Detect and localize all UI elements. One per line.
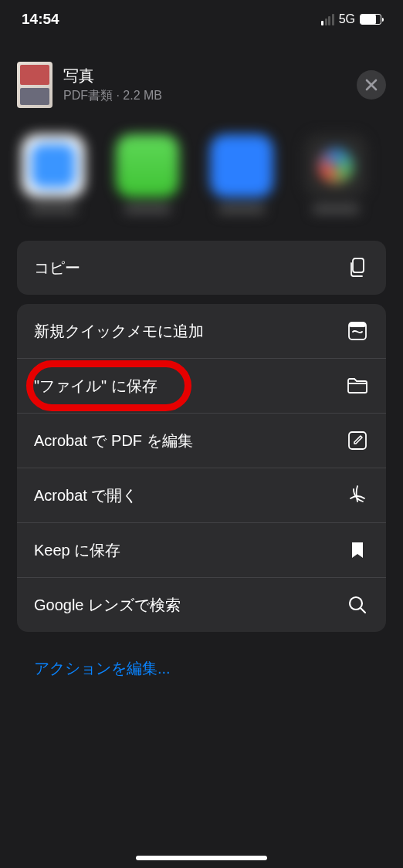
signal-icon (321, 14, 334, 25)
svg-rect-3 (349, 432, 366, 449)
acrobat-icon (346, 484, 369, 507)
document-title: 写真 (63, 66, 346, 86)
app-photos[interactable] (304, 134, 367, 198)
action-label: コピー (34, 258, 80, 279)
status-indicators: 5G (321, 12, 381, 26)
edit-icon (346, 429, 369, 452)
svg-rect-0 (353, 258, 364, 272)
action-label: Acrobat で PDF を編集 (34, 431, 193, 451)
action-label: "ファイル" に保存 (34, 376, 157, 397)
close-icon (365, 79, 378, 91)
svg-rect-2 (349, 323, 366, 327)
home-indicator[interactable] (136, 856, 267, 860)
edit-actions-link[interactable]: アクションを編集... (17, 641, 188, 696)
app-mail[interactable] (210, 134, 273, 198)
action-label: 新規クイックメモに追加 (34, 321, 204, 342)
action-save-to-files[interactable]: "ファイル" に保存 (17, 358, 386, 413)
quicknote-icon (346, 319, 369, 343)
close-button[interactable] (357, 70, 386, 100)
action-label: Keep に保存 (34, 540, 120, 561)
network-label: 5G (339, 12, 355, 26)
share-header: 写真 PDF書類 · 2.2 MB (0, 39, 403, 123)
action-acrobat-edit[interactable]: Acrobat で PDF を編集 (17, 413, 386, 468)
document-thumbnail (17, 62, 52, 108)
action-keep-save[interactable]: Keep に保存 (17, 522, 386, 577)
copy-icon (346, 256, 369, 279)
share-apps-row[interactable] (0, 123, 403, 241)
action-label: Acrobat で開く (34, 485, 137, 506)
action-label: Google レンズで検索 (34, 595, 181, 616)
action-google-lens[interactable]: Google レンズで検索 (17, 577, 386, 632)
folder-icon (346, 374, 369, 397)
app-airdrop[interactable] (22, 134, 85, 198)
action-quicknote[interactable]: 新規クイックメモに追加 (17, 304, 386, 358)
action-acrobat-open[interactable]: Acrobat で開く (17, 468, 386, 522)
search-icon (346, 593, 369, 616)
battery-icon (360, 14, 381, 25)
app-messages[interactable] (116, 134, 179, 198)
status-bar: 14:54 5G (0, 0, 403, 39)
document-subtitle: PDF書類 · 2.2 MB (63, 88, 346, 104)
action-copy[interactable]: コピー (17, 241, 386, 295)
bookmark-icon (346, 539, 369, 562)
status-time: 14:54 (22, 11, 59, 28)
